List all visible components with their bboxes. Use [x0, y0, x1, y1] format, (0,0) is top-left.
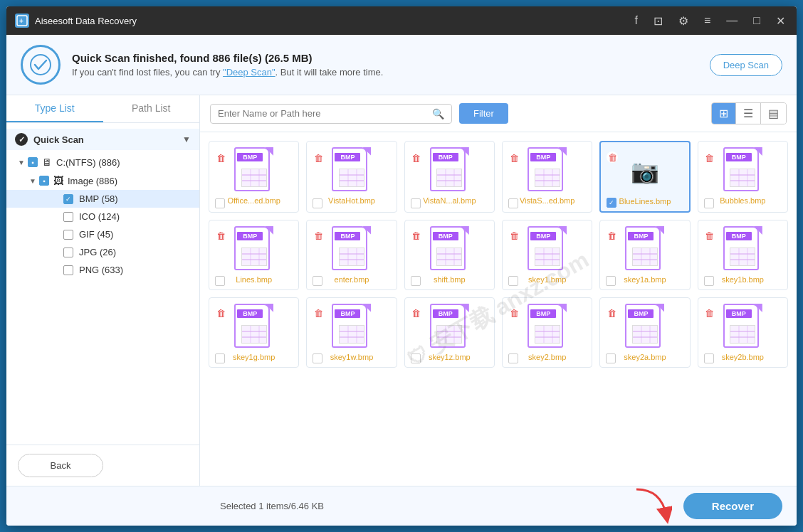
file-select-checkbox[interactable]: [607, 198, 616, 208]
tab-type-list[interactable]: Type List: [6, 95, 103, 122]
svg-rect-53: [730, 248, 755, 266]
ico-checkbox[interactable]: [63, 212, 73, 222]
png-checkbox[interactable]: [63, 265, 73, 275]
file-select-checkbox[interactable]: [313, 353, 322, 363]
delete-badge: 🗑: [508, 230, 520, 241]
file-select-checkbox[interactable]: [606, 276, 616, 286]
delete-badge: 🗑: [704, 307, 715, 319]
file-card[interactable]: BMP 🗑 skey2.bmp: [502, 297, 592, 368]
file-card[interactable]: BMP 🗑 Lines.bmp: [209, 220, 299, 290]
file-select-checkbox[interactable]: [313, 276, 322, 286]
facebook-btn[interactable]: f: [632, 14, 641, 27]
maximize-btn[interactable]: □: [750, 14, 763, 27]
file-card[interactable]: BMP 🗑 skey1.bmp: [502, 220, 592, 290]
tree-item-bmp[interactable]: BMP (58): [6, 190, 199, 208]
tree-item-ico[interactable]: ICO (124): [6, 208, 199, 225]
file-card[interactable]: BMP 🗑 skey1g.bmp: [209, 297, 299, 368]
delete-badge: 🗑: [508, 307, 520, 319]
file-name: enter.bmp: [335, 275, 369, 284]
svg-rect-63: [340, 326, 364, 344]
file-name: shift.bmp: [434, 275, 466, 284]
trash-icon: 🗑: [510, 153, 519, 164]
svg-rect-28: [242, 248, 267, 266]
deep-scan-link[interactable]: "Deep Scan": [223, 67, 275, 78]
delete-badge: 🗑: [215, 230, 226, 241]
tree-item-drive[interactable]: ▼ 🖥 C:(NTFS) (886): [6, 153, 199, 171]
file-card[interactable]: BMP 🗑 skey2b.bmp: [698, 297, 788, 368]
filter-button[interactable]: Filter: [459, 103, 508, 124]
back-button[interactable]: Back: [18, 454, 103, 477]
file-select-checkbox[interactable]: [704, 276, 714, 286]
file-card[interactable]: BMP 🗑 Office...ed.bmp: [209, 141, 299, 213]
file-select-checkbox[interactable]: [704, 353, 714, 363]
file-card[interactable]: 📷 🗑 BlueLines.bmp: [599, 141, 690, 213]
file-select-checkbox[interactable]: [411, 198, 421, 208]
file-select-checkbox[interactable]: [411, 353, 421, 363]
file-thumbnail: BMP: [720, 226, 766, 272]
file-select-checkbox[interactable]: [508, 198, 518, 208]
file-card[interactable]: BMP 🗑 Bubbles.bmp: [698, 141, 788, 213]
delete-badge: 🗑: [607, 151, 618, 163]
file-card[interactable]: BMP 🗑 VistaS...ed.bmp: [502, 141, 592, 213]
bmp-checkbox[interactable]: [63, 194, 73, 204]
file-select-checkbox[interactable]: [313, 198, 322, 208]
list-view-button[interactable]: ☰: [736, 103, 761, 124]
grid-view-button[interactable]: ⊞: [712, 103, 736, 124]
file-thumbnail: BMP: [328, 226, 374, 272]
bottom-bar: Selected 1 items/6.46 KB Recover: [6, 486, 797, 526]
delete-badge: 🗑: [704, 152, 715, 164]
file-card[interactable]: BMP 🗑 enter.bmp: [306, 220, 397, 290]
file-card[interactable]: BMP 🗑 skey1a.bmp: [599, 220, 690, 290]
trash-icon: 🗑: [607, 230, 616, 241]
file-thumbnail: BMP: [720, 304, 766, 350]
file-select-checkbox[interactable]: [704, 198, 714, 208]
file-card[interactable]: BMP 🗑 skey1w.bmp: [306, 297, 397, 368]
tree-item-gif[interactable]: GIF (45): [6, 225, 199, 243]
close-btn[interactable]: ✕: [773, 14, 788, 28]
file-select-checkbox[interactable]: [606, 353, 616, 363]
detail-view-button[interactable]: ▤: [761, 103, 786, 124]
tab-path-list[interactable]: Path List: [103, 95, 200, 122]
gif-checkbox[interactable]: [63, 230, 73, 240]
search-input[interactable]: [218, 108, 432, 119]
file-card[interactable]: BMP 🗑 VistaHot.bmp: [306, 141, 397, 213]
trash-icon: 🗑: [314, 230, 323, 241]
file-card[interactable]: BMP 🗑 skey1z.bmp: [404, 297, 495, 368]
file-thumbnail: BMP: [621, 304, 668, 350]
file-select-checkbox[interactable]: [411, 276, 421, 286]
file-select-checkbox[interactable]: [215, 276, 225, 286]
tree-item-jpg[interactable]: JPG (26): [6, 243, 199, 261]
deep-scan-button[interactable]: Deep Scan: [710, 54, 782, 76]
minimize-btn[interactable]: —: [723, 14, 740, 27]
tabs: Type List Path List: [6, 95, 199, 123]
svg-rect-43: [535, 248, 560, 266]
file-card[interactable]: BMP 🗑 VistaN...al.bmp: [404, 141, 495, 213]
scan-header[interactable]: Quick Scan ▼: [6, 129, 199, 150]
file-select-checkbox[interactable]: [215, 198, 225, 208]
trash-icon: 🗑: [216, 308, 226, 319]
tree-checkbox-image[interactable]: [39, 176, 49, 186]
file-card[interactable]: BMP 🗑 shift.bmp: [404, 220, 495, 290]
bmp-file-icon: BMP: [723, 226, 762, 272]
delete-badge: 🗑: [313, 152, 324, 164]
file-select-checkbox[interactable]: [508, 353, 518, 363]
tree-item-image[interactable]: ▼ 🖼 Image (886): [6, 171, 199, 190]
file-card[interactable]: BMP 🗑 skey2a.bmp: [599, 297, 690, 368]
file-thumbnail: BMP: [231, 226, 277, 272]
message-btn[interactable]: ⊡: [651, 14, 666, 28]
file-grid: BMP 🗑 Office...ed.bmp: [200, 132, 797, 486]
jpg-checkbox[interactable]: [63, 248, 73, 257]
menu-btn[interactable]: ≡: [701, 14, 713, 27]
file-select-checkbox[interactable]: [508, 276, 518, 286]
svg-point-2: [31, 55, 51, 75]
drive-label: C:(NTFS) (886): [56, 157, 194, 168]
file-name: skey1w.bmp: [330, 353, 374, 361]
search-box: 🔍: [210, 104, 452, 124]
settings-btn[interactable]: ⚙: [676, 14, 691, 28]
tree-checkbox-drive[interactable]: [28, 157, 38, 167]
file-card[interactable]: BMP 🗑 skey1b.bmp: [698, 220, 788, 290]
file-select-checkbox[interactable]: [215, 353, 225, 363]
recover-button[interactable]: Recover: [683, 493, 782, 519]
delete-badge: 🗑: [313, 307, 324, 319]
tree-item-png[interactable]: PNG (633): [6, 261, 199, 279]
